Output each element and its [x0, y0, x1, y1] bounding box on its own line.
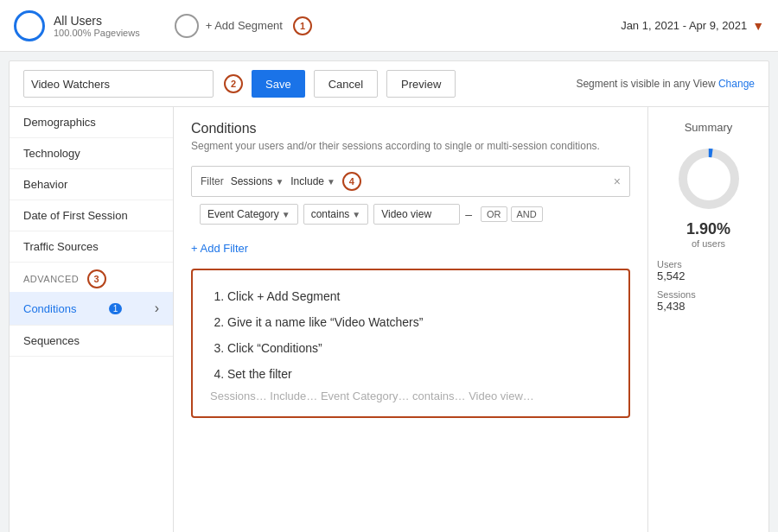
include-dropdown-arrow-icon: ▼ [327, 177, 335, 187]
all-users-subtitle: 100.00% Pageviews [54, 28, 140, 38]
filter-close-icon[interactable]: × [614, 174, 621, 188]
instructions-box: Click + Add Segment Give it a name like … [191, 269, 630, 418]
sidebar-item-behavior[interactable]: Behavior [10, 169, 173, 200]
conditions-header: Conditions Segment your users and/or the… [174, 107, 647, 159]
sidebar-item-sequences[interactable]: Sequences [10, 326, 173, 357]
center-panel: Conditions Segment your users and/or the… [174, 107, 647, 532]
summary-panel: Summary 1.90% of users Users 5,542 Sessi… [647, 107, 768, 532]
or-and-buttons: OR AND [481, 206, 543, 222]
donut-svg [674, 144, 743, 213]
change-link[interactable]: Change [718, 78, 755, 90]
event-category-arrow-icon: ▼ [282, 210, 290, 219]
cancel-button[interactable]: Cancel [314, 70, 378, 98]
remove-condition-icon[interactable]: – [465, 207, 472, 221]
preview-button[interactable]: Preview [386, 70, 456, 98]
all-users-segment: All Users 100.00% Pageviews [14, 10, 140, 41]
all-users-info: All Users 100.00% Pageviews [54, 14, 140, 38]
svg-point-0 [683, 153, 735, 205]
date-range-text: Jan 1, 2021 - Apr 9, 2021 [621, 19, 747, 32]
segment-name-input[interactable] [23, 70, 214, 98]
add-filter-button[interactable]: + Add Filter [191, 242, 630, 255]
sessions-stat: Sessions 5,438 [657, 289, 760, 313]
sub-filter-row: Event Category ▼ contains ▼ – OR AND [191, 204, 630, 225]
users-value: 5,542 [657, 269, 760, 282]
operator-arrow-icon: ▼ [352, 210, 360, 219]
conditions-description: Segment your users and/or their sessions… [191, 140, 630, 152]
include-select[interactable]: Include ▼ [290, 175, 335, 187]
donut-chart [674, 144, 743, 213]
and-button[interactable]: AND [511, 206, 543, 222]
segment-visibility-text: Segment is visible in any View Change [576, 78, 755, 90]
body-area: Demographics Technology Behavior Date of… [10, 107, 768, 532]
filter-row: Filter Sessions ▼ Include ▼ 4 × [191, 166, 630, 197]
instruction-item-1: Click + Add Segment [227, 284, 611, 308]
filter-area: Filter Sessions ▼ Include ▼ 4 × Event Ca… [174, 159, 647, 231]
users-label: Users [657, 259, 760, 269]
instructions-list: Click + Add Segment Give it a name like … [210, 284, 611, 386]
add-segment-badge: 1 [293, 16, 312, 35]
filter-badge: 4 [342, 172, 361, 191]
sidebar-item-conditions[interactable]: Conditions 1 › [10, 292, 173, 326]
or-button[interactable]: OR [481, 206, 507, 222]
sessions-dropdown-arrow-icon: ▼ [275, 177, 284, 187]
segment-circle-icon [14, 10, 45, 41]
event-category-select[interactable]: Event Category ▼ [200, 204, 298, 225]
sidebar-advanced-label: Advanced 3 [10, 263, 173, 292]
instruction-item-4: Set the filter [227, 362, 611, 386]
sidebar-item-traffic-sources[interactable]: Traffic Sources [10, 231, 173, 263]
instruction-item-2: Give it a name like “Video Watchers” [227, 310, 611, 334]
sidebar: Demographics Technology Behavior Date of… [10, 107, 174, 532]
conditions-arrow-icon: › [155, 301, 159, 316]
save-button[interactable]: Save [252, 70, 305, 98]
all-users-name: All Users [54, 14, 140, 28]
sidebar-item-technology[interactable]: Technology [10, 138, 173, 169]
advanced-badge: 3 [87, 269, 106, 288]
summary-percentage: 1.90% [686, 220, 730, 238]
top-bar: All Users 100.00% Pageviews + Add Segmen… [0, 0, 778, 52]
instruction-item-3: Click “Conditions” [227, 336, 611, 360]
summary-title: Summary [685, 121, 733, 134]
sessions-value: 5,438 [657, 300, 760, 313]
add-segment-circle-icon [175, 14, 199, 38]
add-segment-label[interactable]: + Add Segment [206, 19, 283, 32]
date-range[interactable]: Jan 1, 2021 - Apr 9, 2021 ▼ [621, 19, 764, 33]
segment-name-badge: 2 [224, 74, 243, 93]
conditions-badge: 1 [109, 303, 123, 314]
sessions-label: Sessions [657, 289, 760, 300]
conditions-title: Conditions [191, 121, 630, 136]
sidebar-item-demographics[interactable]: Demographics [10, 107, 173, 138]
instructions-subtext: Sessions… Include… Event Category… conta… [210, 390, 611, 402]
summary-of-users: of users [692, 238, 725, 249]
operator-select[interactable]: contains ▼ [303, 204, 369, 225]
sidebar-item-date-first-session[interactable]: Date of First Session [10, 200, 173, 231]
filter-value-input[interactable] [373, 204, 460, 225]
date-range-arrow-icon: ▼ [752, 19, 764, 33]
filter-label: Filter [201, 175, 224, 187]
main-content: 2 Save Cancel Preview Segment is visible… [9, 60, 769, 532]
sessions-select[interactable]: Sessions ▼ [231, 175, 284, 187]
toolbar: 2 Save Cancel Preview Segment is visible… [10, 61, 768, 107]
users-stat: Users 5,542 [657, 259, 760, 282]
add-segment-area[interactable]: + Add Segment 1 [175, 14, 312, 38]
